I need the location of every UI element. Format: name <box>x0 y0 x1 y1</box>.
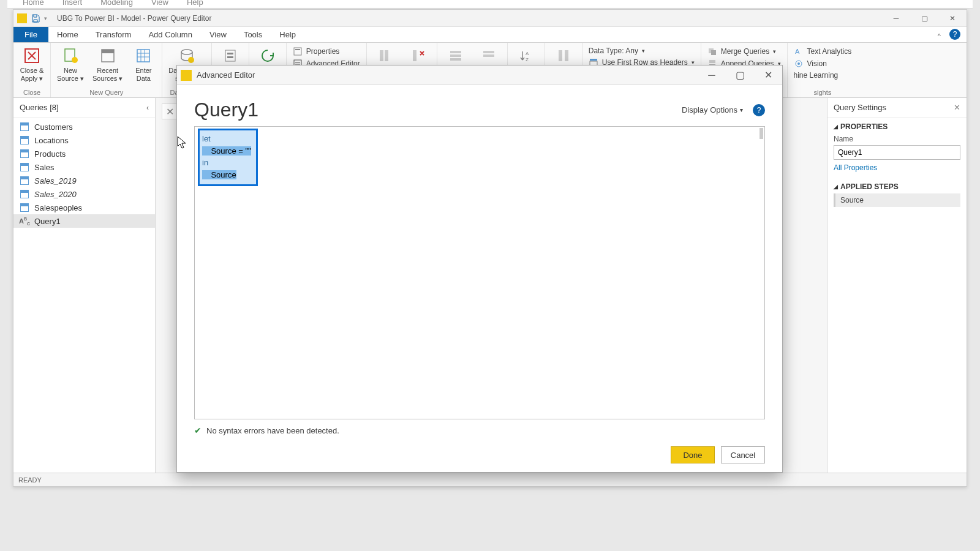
editor-query-name: Query1 <box>194 99 258 121</box>
svg-rect-17 <box>450 51 461 53</box>
collapse-ribbon-icon[interactable]: ^ <box>933 30 946 42</box>
query-item-query1[interactable]: ABCQuery1 <box>13 214 155 228</box>
svg-point-2 <box>72 57 78 63</box>
tab-view[interactable]: View <box>201 27 235 42</box>
svg-rect-8 <box>225 50 235 61</box>
svg-rect-4 <box>102 50 114 53</box>
collapse-queries-icon[interactable]: ‹ <box>146 103 149 112</box>
vision-button[interactable]: Vision <box>791 58 854 69</box>
svg-rect-19 <box>450 58 461 61</box>
tab-home[interactable]: Home <box>48 27 87 42</box>
dialog-titlebar: Advanced Editor ─ ▢ ✕ <box>177 66 782 85</box>
query-item-sales-2020[interactable]: Sales_2020 <box>13 187 155 201</box>
dialog-minimize-button[interactable]: ─ <box>698 66 726 85</box>
enter-data-button[interactable]: Enter Data <box>129 45 158 83</box>
query-name-input[interactable] <box>834 145 960 160</box>
svg-rect-26 <box>590 59 597 61</box>
close-formula-icon[interactable]: ✕ <box>162 103 178 119</box>
background-window-menubar: Home Insert Modeling View Help <box>7 0 973 9</box>
code-editor[interactable]: let Source = "" in Source <box>194 126 765 419</box>
query-item-sales[interactable]: Sales <box>13 160 155 174</box>
queries-header-label: Queries [8] <box>20 103 59 112</box>
query-item-sales-2019[interactable]: Sales_2019 <box>13 174 155 187</box>
svg-rect-15 <box>385 50 388 61</box>
machine-learning-button[interactable]: hine Learning <box>791 70 854 80</box>
svg-point-6 <box>181 50 192 54</box>
remove-columns-button[interactable] <box>404 45 433 67</box>
svg-text:A: A <box>526 51 529 56</box>
syntax-status: ✔ No syntax errors have been detected. <box>194 425 765 435</box>
dialog-title: Advanced Editor <box>197 70 255 80</box>
query-item-locations[interactable]: Locations <box>13 133 155 147</box>
tab-tools[interactable]: Tools <box>235 27 271 42</box>
svg-point-34 <box>797 62 800 65</box>
svg-rect-10 <box>227 56 233 58</box>
tab-help[interactable]: Help <box>271 27 304 42</box>
svg-rect-24 <box>559 50 562 61</box>
sort-button[interactable]: AZ <box>511 45 541 67</box>
query-item-customers[interactable]: Customers <box>13 120 155 133</box>
maximize-button[interactable]: ▢ <box>910 10 938 27</box>
merge-queries-button[interactable]: Merge Queries ▾ <box>705 46 783 57</box>
svg-rect-5 <box>137 50 149 62</box>
dialog-close-button[interactable]: ✕ <box>754 66 782 85</box>
recent-sources-button[interactable]: Recent Sources ▾ <box>90 45 125 83</box>
ribbon-tabs: File Home Transform Add Column View Tool… <box>13 27 967 43</box>
svg-rect-18 <box>450 54 461 57</box>
scrollbar-thumb[interactable] <box>760 128 763 139</box>
dialog-maximize-button[interactable]: ▢ <box>726 66 754 85</box>
svg-text:A: A <box>795 48 800 55</box>
svg-rect-9 <box>227 53 233 54</box>
all-properties-link[interactable]: All Properties <box>834 163 877 172</box>
dialog-app-icon <box>181 70 192 81</box>
save-icon[interactable] <box>31 13 40 23</box>
name-label: Name <box>834 135 960 143</box>
file-tab[interactable]: File <box>13 27 48 42</box>
display-options-button[interactable]: Display Options▾ <box>682 105 743 114</box>
close-and-apply-button[interactable]: Close & Apply ▾ <box>17 45 47 83</box>
check-icon: ✔ <box>194 425 202 435</box>
svg-rect-21 <box>483 54 494 57</box>
remove-rows-button[interactable] <box>474 45 503 67</box>
statusbar: READY <box>13 473 967 486</box>
help-icon[interactable]: ? <box>949 29 960 40</box>
svg-rect-29 <box>711 50 716 55</box>
data-type-button[interactable]: Data Type: Any ▾ <box>586 46 697 56</box>
svg-point-7 <box>188 57 194 63</box>
svg-rect-25 <box>565 50 568 61</box>
query-list: Customers Locations Products Sales Sales… <box>13 118 155 230</box>
query-settings-header: Query Settings ✕ <box>827 98 967 118</box>
advanced-editor-dialog: Advanced Editor ─ ▢ ✕ Query1 Display Opt… <box>176 65 783 473</box>
query-item-salespeople[interactable]: Salespeoples <box>13 201 155 214</box>
minimize-button[interactable]: ─ <box>882 10 910 27</box>
ribbon-group-close: Close & Apply ▾ Close <box>13 43 51 97</box>
split-column-button[interactable] <box>549 45 578 67</box>
code-selection: let Source = "" in Source <box>198 129 258 186</box>
app-icon <box>17 13 27 23</box>
svg-rect-12 <box>295 49 300 50</box>
query-item-products[interactable]: Products <box>13 147 155 160</box>
svg-rect-11 <box>294 48 301 55</box>
ribbon-group-ai-insights: A Text Analytics Vision hine Learning si… <box>788 43 858 97</box>
status-text: READY <box>18 476 42 484</box>
qat-dropdown-icon[interactable]: ▾ <box>44 15 47 21</box>
query-settings-panel: Query Settings ✕ ◢PROPERTIES Name All Pr… <box>827 98 967 473</box>
queries-header: Queries [8] ‹ <box>13 98 155 118</box>
ribbon-group-new-query: New Source ▾ Recent Sources ▾ Enter Data… <box>51 43 162 97</box>
keep-rows-button[interactable] <box>441 45 470 67</box>
svg-rect-30 <box>709 60 715 63</box>
window-title: UBG To Power BI - Model - Power Query Ed… <box>57 14 212 23</box>
editor-help-icon[interactable]: ? <box>753 104 765 116</box>
new-source-button[interactable]: New Source ▾ <box>55 45 86 83</box>
titlebar: ▾ UBG To Power BI - Model - Power Query … <box>13 10 967 27</box>
cancel-button[interactable]: Cancel <box>721 446 765 463</box>
tab-add-column[interactable]: Add Column <box>140 27 201 42</box>
close-settings-icon[interactable]: ✕ <box>954 103 960 112</box>
text-analytics-button[interactable]: A Text Analytics <box>791 46 854 57</box>
choose-columns-button[interactable] <box>371 45 400 67</box>
close-button[interactable]: ✕ <box>938 10 967 27</box>
tab-transform[interactable]: Transform <box>87 27 140 42</box>
properties-button[interactable]: Properties <box>290 46 363 57</box>
applied-step-source[interactable]: Source <box>834 193 960 207</box>
done-button[interactable]: Done <box>671 446 715 463</box>
